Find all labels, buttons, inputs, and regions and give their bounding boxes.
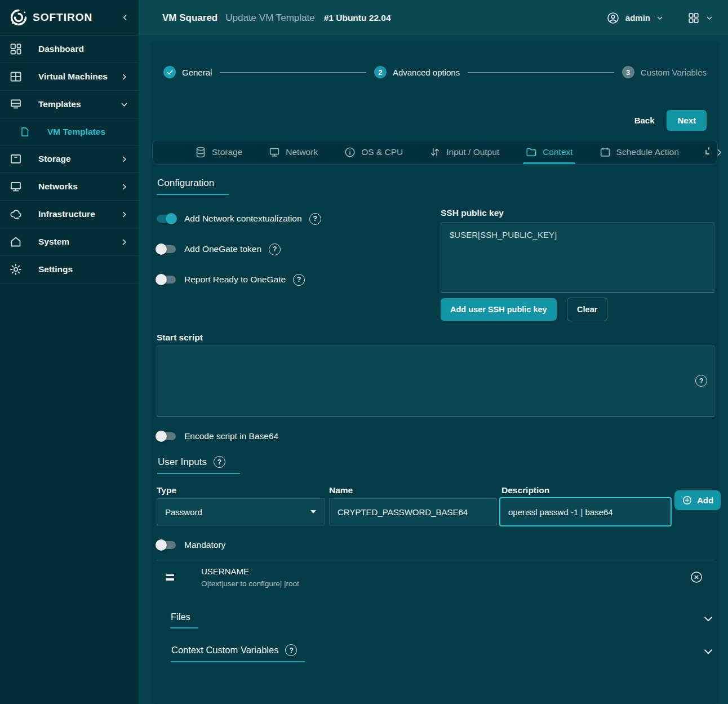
templates-icon xyxy=(9,98,23,111)
softiron-logo-icon xyxy=(9,8,28,27)
sidebar-item-templates[interactable]: Templates xyxy=(0,91,139,118)
system-home-icon xyxy=(9,235,23,249)
help-icon[interactable] xyxy=(293,274,305,286)
info-circle-icon xyxy=(344,146,356,158)
sidebar-item-dashboard[interactable]: Dashboard xyxy=(0,36,139,63)
monitor-icon xyxy=(268,146,281,158)
type-label: Type xyxy=(157,485,176,495)
remove-user-input-icon[interactable] xyxy=(690,570,703,584)
help-icon[interactable] xyxy=(214,456,225,468)
files-section: Files xyxy=(157,612,714,628)
user-input-row-username: USERNAME O|text|user to configure| |root xyxy=(157,561,714,594)
type-select[interactable]: Password xyxy=(157,498,325,525)
topbar: VM Squared Update VM Template #1 Ubuntu … xyxy=(139,0,728,36)
apps-menu-chevron-icon[interactable] xyxy=(705,14,713,22)
toggle-row-network-contextualization: Add Network contextualization xyxy=(157,211,321,227)
tab-context[interactable]: Context xyxy=(523,140,575,164)
tab-network[interactable]: Network xyxy=(266,140,320,164)
sidebar-item-infrastructure[interactable]: Infrastructure xyxy=(0,201,139,228)
onegate-token-toggle[interactable] xyxy=(157,245,176,253)
add-ssh-key-button[interactable]: Add user SSH public key xyxy=(441,298,557,321)
sidebar-header: SOFTIRON xyxy=(0,0,139,36)
user-menu-chevron-icon[interactable] xyxy=(656,14,664,22)
file-icon xyxy=(19,126,30,138)
apps-grid-icon[interactable] xyxy=(687,12,700,24)
encode-base64-toggle[interactable] xyxy=(157,432,176,440)
step-2-badge[interactable]: 2 xyxy=(374,66,387,78)
tab-storage[interactable]: Storage xyxy=(192,140,245,164)
tab-schedule-action[interactable]: Schedule Action xyxy=(597,140,681,164)
toggle-row-mandatory: Mandatory xyxy=(157,537,225,553)
custom-variables-section: Context Custom Variables xyxy=(157,644,714,662)
sidebar: SOFTIRON Dashboard Virtual Machines Temp… xyxy=(0,0,139,704)
active-tab-underline xyxy=(523,162,575,164)
divider xyxy=(157,560,714,560)
name-label: Name xyxy=(329,485,353,495)
sidebar-item-virtual-machines[interactable]: Virtual Machines xyxy=(0,63,139,91)
sidebar-item-settings[interactable]: Settings xyxy=(0,256,139,284)
chevron-right-icon xyxy=(120,238,128,246)
arrows-updown-icon xyxy=(429,146,441,158)
step-1-check-icon[interactable] xyxy=(163,66,176,78)
plus-circle-icon xyxy=(682,495,693,506)
main-panel: General 2 Advanced options 3 Custom Vari… xyxy=(151,41,719,704)
custom-variables-collapse-chevron-icon[interactable] xyxy=(702,645,714,658)
user-menu[interactable]: admin xyxy=(625,13,650,23)
start-script-textarea[interactable] xyxy=(157,346,714,417)
files-collapse-chevron-icon[interactable] xyxy=(702,613,714,625)
storage-icon xyxy=(9,152,23,166)
wizard-stepper: General 2 Advanced options 3 Custom Vari… xyxy=(163,66,707,78)
dashboard-icon xyxy=(9,42,23,56)
mandatory-toggle[interactable] xyxy=(157,541,176,549)
network-contextualization-toggle[interactable] xyxy=(157,215,176,223)
folder-icon xyxy=(525,146,538,158)
back-button[interactable]: Back xyxy=(627,110,663,131)
custom-variables-heading: Context Custom Variables xyxy=(171,644,305,662)
report-ready-toggle[interactable] xyxy=(157,276,176,284)
tab-os-cpu[interactable]: OS & CPU xyxy=(341,140,405,164)
advanced-options-tabs: Storage Network OS & CPU Input / Output … xyxy=(152,140,718,165)
help-icon[interactable] xyxy=(285,644,297,656)
chevron-down-icon xyxy=(120,100,128,109)
clear-ssh-key-button[interactable]: Clear xyxy=(567,298,607,321)
sidebar-item-system[interactable]: System xyxy=(0,228,139,256)
step-3-label: Custom Variables xyxy=(641,68,707,77)
resource-title: #1 Ubuntu 22.04 xyxy=(324,13,391,23)
database-icon xyxy=(194,146,207,158)
infrastructure-icon xyxy=(9,207,23,221)
booting-tab-icon[interactable] xyxy=(703,145,711,159)
step-1-label: General xyxy=(182,68,212,77)
files-heading: Files xyxy=(170,612,198,628)
sidebar-item-networks[interactable]: Networks xyxy=(0,173,139,201)
sidebar-item-vm-templates[interactable]: VM Templates xyxy=(0,118,139,145)
chevron-right-icon xyxy=(120,73,128,81)
help-icon[interactable] xyxy=(269,243,281,255)
start-script-label: Start script xyxy=(157,333,203,343)
toggle-row-report-ready: Report Ready to OneGate xyxy=(157,272,305,287)
configuration-heading: Configuration xyxy=(157,178,229,195)
user-inputs-heading: User Inputs xyxy=(157,456,240,474)
app-title: VM Squared xyxy=(162,12,217,24)
add-user-input-button[interactable]: Add xyxy=(674,490,721,510)
help-icon[interactable] xyxy=(695,375,707,387)
step-connector xyxy=(220,72,366,73)
sidebar-item-storage[interactable]: Storage xyxy=(0,145,139,173)
ssh-public-key-textarea[interactable]: $USER[SSH_PUBLIC_KEY] xyxy=(441,222,714,293)
toggle-row-onegate-token: Add OneGate token xyxy=(157,241,281,257)
user-input-name: USERNAME xyxy=(201,566,690,576)
step-2-label: Advanced options xyxy=(393,68,460,77)
step-connector xyxy=(468,72,614,73)
help-icon[interactable] xyxy=(309,213,321,225)
next-button[interactable]: Next xyxy=(667,110,707,131)
name-input[interactable] xyxy=(329,498,497,525)
description-label: Description xyxy=(501,485,549,495)
user-avatar-icon[interactable] xyxy=(606,11,620,25)
drag-handle-icon[interactable] xyxy=(166,574,174,581)
page-title: Update VM Template xyxy=(225,12,314,24)
description-input[interactable] xyxy=(499,497,672,526)
sidebar-collapse-icon[interactable] xyxy=(121,13,130,22)
tab-input-output[interactable]: Input / Output xyxy=(427,140,501,164)
step-3-badge[interactable]: 3 xyxy=(622,66,634,78)
tabs-scroll-right-icon[interactable] xyxy=(714,148,724,157)
networks-icon xyxy=(9,180,23,193)
